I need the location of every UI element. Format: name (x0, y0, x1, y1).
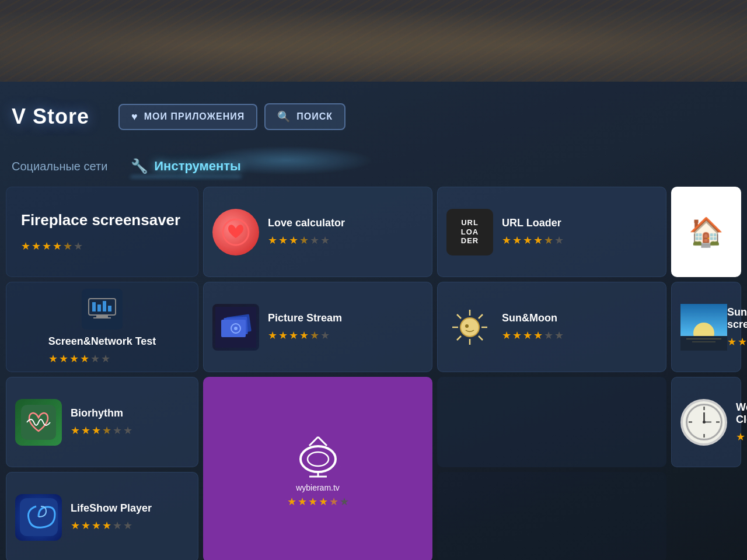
stars-wybieram: ★ ★ ★ ★ ★ ★ (287, 495, 349, 508)
search-button[interactable]: 🔍 ПОИСК (264, 103, 345, 130)
placeholder-r3c4 (437, 377, 666, 467)
stars-fireplace: ★ ★ ★ ★ ★ ★ (21, 240, 183, 253)
love-calc-info: Love calculator ★ ★ ★ ★ ★ ★ (268, 217, 345, 247)
svg-point-43 (703, 421, 706, 424)
screen-network-info: Screen&Network Test ★ ★ ★ ★ ★ ★ (48, 335, 156, 365)
app-name-fireplace: Fireplace screensaver (21, 211, 183, 229)
my-apps-label: МОИ ПРИЛОЖЕНИЯ (144, 111, 245, 122)
stars-world-clocks: ★ ★ ★ ★ ★ (736, 430, 747, 443)
sunset-info: Sunset screensaver ★ ★ ★ ★ ★ ★ (727, 306, 747, 348)
stars-sun-moon: ★ ★ ★ ★ ★ ★ (502, 329, 564, 342)
star-3: ★ (42, 240, 51, 253)
app-name-picture-stream: Picture Stream (268, 312, 342, 324)
svg-point-14 (460, 318, 479, 337)
svg-rect-7 (108, 306, 111, 312)
svg-rect-3 (93, 317, 111, 318)
app-card-sun-moon[interactable]: Sun&Moon ★ ★ ★ ★ ★ ★ (437, 282, 666, 372)
app-name-url-loader: URL Loader (502, 217, 564, 229)
app-card-sunset-screensaver[interactable]: Sunset screensaver ★ ★ ★ ★ ★ ★ (671, 282, 741, 372)
svg-rect-11 (221, 320, 246, 337)
search-label: ПОИСК (296, 111, 333, 122)
svg-line-19 (457, 314, 461, 318)
header-buttons: ♥ МОИ ПРИЛОЖЕНИЯ 🔍 ПОИСК (118, 103, 345, 130)
stars-screen-network: ★ ★ ★ ★ ★ ★ (48, 352, 156, 365)
stars-picture-stream: ★ ★ ★ ★ ★ ★ (268, 329, 342, 342)
svg-rect-4 (92, 302, 96, 312)
sun-moon-icon (446, 304, 493, 351)
svg-point-32 (301, 446, 336, 472)
curtain-background (0, 0, 747, 90)
world-clocks-info: World Clocks ★ ★ ★ ★ ★ (736, 401, 747, 443)
star-6: ★ (74, 240, 83, 253)
app-card-wybieram[interactable]: wybieram.tv ★ ★ ★ ★ ★ ★ (203, 377, 432, 560)
placeholder-r4c4 (437, 472, 666, 560)
url-loader-icon: URLLOADER (446, 209, 493, 256)
app-card-url-loader[interactable]: URLLOADER URL Loader ★ ★ ★ ★ ★ ★ (437, 187, 666, 277)
category-tools[interactable]: Инструменты (154, 159, 241, 174)
star-5: ★ (63, 240, 72, 253)
heart-icon: ♥ (131, 111, 138, 123)
app-card-partial[interactable]: 🏠 (671, 187, 741, 277)
app-name-biorhythm: Biorhythm (71, 407, 132, 419)
picture-stream-icon (212, 304, 259, 351)
star-4: ★ (53, 240, 62, 253)
svg-point-33 (308, 452, 329, 466)
app-name-sun-moon: Sun&Moon (502, 312, 564, 324)
love-calc-icon (212, 209, 259, 256)
app-name-love-calc: Love calculator (268, 217, 345, 229)
svg-line-21 (479, 314, 483, 318)
stars-url-loader: ★ ★ ★ ★ ★ ★ (502, 234, 564, 247)
tools-icon: 🔧 (131, 158, 148, 174)
app-card-screen-network[interactable]: Screen&Network Test ★ ★ ★ ★ ★ ★ (6, 282, 198, 372)
my-apps-button[interactable]: ♥ МОИ ПРИЛОЖЕНИЯ (118, 104, 257, 130)
lifeshow-icon (15, 494, 62, 541)
app-name-lifeshow: LifeShow Player (71, 502, 152, 514)
app-card-world-clocks[interactable]: World Clocks ★ ★ ★ ★ ★ (671, 377, 741, 467)
screen-network-icon (82, 289, 123, 330)
app-card-fireplace-screensaver[interactable]: Fireplace screensaver ★ ★ ★ ★ ★ ★ (6, 187, 198, 277)
svg-rect-5 (97, 304, 101, 312)
svg-point-23 (465, 324, 469, 328)
svg-line-22 (457, 336, 461, 340)
app-card-picture-stream[interactable]: Picture Stream ★ ★ ★ ★ ★ ★ (203, 282, 432, 372)
svg-rect-2 (96, 315, 108, 317)
app-card-lifeshow[interactable]: LifeShow Player ★ ★ ★ ★ ★ ★ (6, 472, 198, 560)
clock-icon (680, 399, 727, 446)
category-row: Социальные сети 🔧 Инструменты (0, 149, 747, 184)
picture-stream-info: Picture Stream ★ ★ ★ ★ ★ ★ (268, 312, 342, 342)
svg-line-30 (309, 437, 318, 446)
lifeshow-info: LifeShow Player ★ ★ ★ ★ ★ ★ (71, 502, 152, 532)
header: V Store ♥ МОИ ПРИЛОЖЕНИЯ 🔍 ПОИСК (0, 90, 747, 143)
svg-rect-26 (680, 336, 727, 351)
url-loader-info: URL Loader ★ ★ ★ ★ ★ ★ (502, 217, 564, 247)
svg-line-31 (318, 437, 327, 446)
category-social[interactable]: Социальные сети (12, 160, 107, 173)
app-card-love-calculator[interactable]: Love calculator ★ ★ ★ ★ ★ ★ (203, 187, 432, 277)
search-icon: 🔍 (277, 110, 291, 123)
app-name-sunset: Sunset screensaver (727, 306, 747, 331)
stars-lifeshow: ★ ★ ★ ★ ★ ★ (71, 519, 152, 532)
svg-point-13 (234, 327, 238, 330)
stars-love-calc: ★ ★ ★ ★ ★ ★ (268, 234, 345, 247)
star-1: ★ (21, 240, 30, 253)
stars-biorhythm: ★ ★ ★ ★ ★ ★ (71, 424, 132, 437)
sun-moon-info: Sun&Moon ★ ★ ★ ★ ★ ★ (502, 312, 564, 342)
svg-rect-6 (103, 301, 106, 312)
biorhythm-icon (15, 399, 62, 446)
stars-sunset: ★ ★ ★ ★ ★ ★ (727, 335, 747, 348)
apps-grid: Fireplace screensaver ★ ★ ★ ★ ★ ★ Love c… (0, 187, 747, 560)
app-card-biorhythm[interactable]: Biorhythm ★ ★ ★ ★ ★ ★ (6, 377, 198, 467)
svg-line-20 (479, 336, 483, 340)
wybieram-icon (289, 431, 347, 480)
star-2: ★ (32, 240, 41, 253)
app-name-screen-network: Screen&Network Test (48, 335, 156, 348)
wybieram-name: wybieram.tv (296, 483, 340, 492)
sunset-icon (680, 304, 727, 351)
biorhythm-info: Biorhythm ★ ★ ★ ★ ★ ★ (71, 407, 132, 437)
app-name-world-clocks: World Clocks (736, 401, 747, 426)
thuisbezorg-icon: 🏠 (689, 216, 724, 249)
store-title: V Store (12, 104, 89, 129)
